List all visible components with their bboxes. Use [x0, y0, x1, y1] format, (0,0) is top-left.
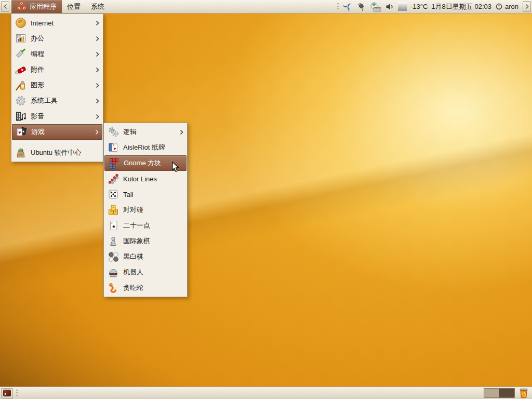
show-desktop-icon [3, 390, 11, 396]
menu-item-label: 附件 [31, 65, 44, 74]
submenu-item-label: 二十一点 [123, 221, 150, 230]
submenu-item-tali[interactable]: Tali [104, 187, 187, 202]
submenu-arrow-icon [96, 20, 99, 26]
power-icon [495, 3, 503, 10]
games-submenu: 逻辑 A ♥ AisleRiot 纸牌 Gnome 方块 [103, 123, 188, 297]
window-list-grip[interactable] [16, 390, 18, 397]
submenu-item-aisleriot[interactable]: A ♥ AisleRiot 纸牌 [104, 140, 187, 155]
temperature-label[interactable]: -13°C [410, 3, 428, 10]
submenu-item-robots[interactable]: 机器人 [104, 264, 187, 280]
tray-grip[interactable] [337, 3, 339, 10]
nibbles-icon [107, 282, 119, 294]
submenu-item-label: 机器人 [123, 268, 143, 277]
logic-icon [107, 126, 119, 138]
gnometris-icon [108, 157, 120, 169]
menu-applications[interactable]: 应用程序 [11, 0, 62, 13]
submenu-item-label: Tali [123, 191, 134, 198]
menu-item-internet[interactable]: Internet [12, 15, 102, 31]
menu-item-system-tools[interactable]: 系统工具 [12, 93, 102, 109]
tray-swirl-icon[interactable] [342, 2, 353, 12]
mouse-cursor [172, 162, 179, 174]
office-icon [15, 32, 27, 45]
menu-item-games[interactable]: ♠ ♥ 游戏 [12, 124, 102, 140]
submenu-item-label: 对对碰 [123, 205, 143, 215]
submenu-item-chess[interactable]: 国际象棋 [104, 233, 187, 249]
aisleriot-icon: A ♥ [107, 141, 119, 154]
chess-icon [107, 235, 119, 247]
top-panel: 应用程序 位置 系统 [0, 0, 532, 14]
submenu-arrow-icon [180, 129, 183, 135]
show-desktop-button[interactable] [1, 388, 13, 398]
menu-item-office[interactable]: 办公 [12, 31, 102, 46]
submenu-item-label: AisleRiot 纸牌 [123, 143, 165, 152]
trash-applet[interactable] [517, 387, 530, 399]
svg-text:♥: ♥ [114, 147, 116, 151]
submenu-arrow-icon [96, 83, 99, 88]
username-label: aron [505, 3, 518, 10]
menu-separator [14, 142, 101, 143]
menu-places[interactable]: 位置 [62, 0, 86, 13]
games-icon: ♠ ♥ [15, 126, 28, 138]
menu-item-audio-video[interactable]: 影音 [12, 109, 102, 124]
submenu-item-logic[interactable]: 逻辑 [104, 124, 187, 140]
menu-applications-label: 应用程序 [30, 2, 57, 11]
submenu-arrow-icon [96, 67, 99, 73]
menu-item-label: 游戏 [31, 127, 45, 137]
submenu-item-nibbles[interactable]: 贪吃蛇 [104, 280, 187, 296]
menu-item-label: 图形 [31, 81, 44, 90]
panel-hide-left-button[interactable] [1, 1, 9, 12]
applications-menu: Internet 办公 编程 [11, 14, 103, 162]
keyboard-indicator-icon[interactable] [370, 2, 381, 12]
menu-item-programming[interactable]: 编程 [12, 46, 102, 62]
workspace-switcher[interactable] [484, 388, 515, 398]
ubuntu-logo-icon [17, 2, 26, 11]
menu-item-label: Ubuntu 软件中心 [31, 148, 82, 157]
panel-hide-right-button[interactable] [523, 1, 531, 12]
weather-icon[interactable] [398, 2, 407, 11]
software-center-icon [15, 147, 27, 159]
submenu-item-mahjongg[interactable]: 对对碰 [104, 202, 187, 218]
submenu-item-label: 黑白棋 [123, 252, 143, 261]
chevron-left-icon [4, 4, 7, 9]
submenu-arrow-icon [96, 114, 99, 119]
menu-item-software-center[interactable]: Ubuntu 软件中心 [12, 145, 102, 161]
blackjack-icon: J ♠ [107, 219, 119, 232]
menu-item-graphics[interactable]: 图形 [12, 77, 102, 93]
clock-label[interactable]: 1月8日星期五 02:03 [431, 2, 491, 11]
volume-icon[interactable] [385, 2, 394, 11]
submenu-item-label: 贪吃蛇 [123, 283, 143, 292]
submenu-item-iagno[interactable]: 黑白棋 [104, 249, 187, 264]
trash-icon [518, 388, 529, 399]
system-tray: -13°C 1月8日星期五 02:03 aron [337, 0, 518, 13]
menu-item-label: 系统工具 [31, 96, 58, 105]
audio-video-icon [15, 110, 27, 123]
menu-item-label: Internet [31, 19, 54, 27]
submenu-item-label: 国际象棋 [123, 236, 150, 246]
bottom-panel [0, 387, 532, 399]
workspace-1[interactable] [484, 389, 499, 397]
menu-places-label: 位置 [67, 2, 81, 11]
menu-item-label: 编程 [31, 49, 44, 59]
submenu-item-label: Kolor Lines [123, 175, 157, 183]
graphics-icon [15, 79, 27, 91]
menu-item-accessories[interactable]: 附件 [12, 62, 102, 77]
menu-system-label: 系统 [91, 2, 104, 11]
robots-icon [107, 266, 119, 278]
accessories-icon [15, 63, 27, 76]
kolor-lines-icon [107, 172, 119, 185]
submenu-item-label: Gnome 方块 [124, 158, 161, 168]
svg-text:♥: ♥ [18, 130, 21, 135]
mahjongg-icon [107, 204, 119, 216]
workspace-2[interactable] [499, 389, 514, 397]
submenu-arrow-icon [96, 98, 99, 104]
user-switcher[interactable]: aron [495, 3, 518, 10]
chevron-right-icon [525, 4, 529, 9]
programming-icon [15, 48, 27, 60]
menu-system[interactable]: 系统 [86, 0, 110, 13]
submenu-arrow-icon [96, 36, 99, 42]
submenu-item-blackjack[interactable]: J ♠ 二十一点 [104, 218, 187, 233]
svg-text:♠: ♠ [112, 223, 115, 229]
internet-icon [15, 17, 27, 29]
menu-item-label: 办公 [31, 34, 44, 43]
network-plug-icon[interactable] [356, 2, 366, 11]
